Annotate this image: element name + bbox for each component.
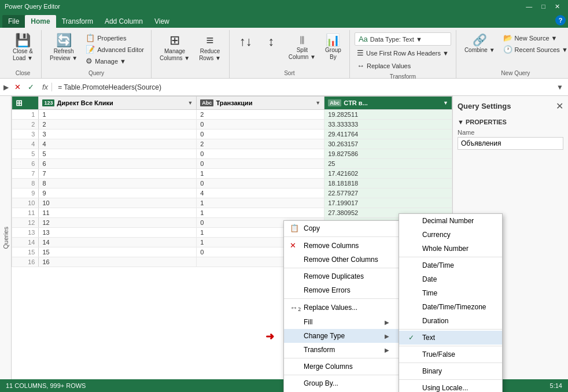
menu-item-transform[interactable]: Transform ▶	[284, 343, 399, 357]
tab-home[interactable]: Home	[25, 15, 56, 28]
submenu-using-locale[interactable]: Using Locale...	[399, 381, 502, 392]
remove-columns-icon: ✕	[290, 241, 299, 250]
copy-icon: 📋	[290, 224, 299, 232]
menu-item-remove-columns[interactable]: ✕ Remove Columns	[284, 238, 399, 253]
tab-file[interactable]: File	[2, 15, 25, 28]
query-name-input[interactable]	[458, 137, 563, 150]
ribbon-group-transform-label: Transform	[390, 73, 416, 82]
tab-transform[interactable]: Transform	[56, 15, 99, 28]
manage-button[interactable]: ⚙ Manage ▼	[83, 56, 146, 66]
recent-sources-button[interactable]: 🕐 Recent Sources ▼	[501, 44, 568, 55]
close-load-icon: 💾	[15, 34, 31, 47]
table-row: 1010117.199017	[12, 198, 452, 208]
properties-button[interactable]: 📋 Properties	[83, 32, 146, 43]
submenu-text[interactable]: ✓ Text	[399, 331, 502, 345]
help-icon[interactable]: ?	[555, 15, 566, 25]
ribbon-group-close-label: Close	[16, 70, 31, 78]
reduce-rows-button[interactable]: ≡ ReduceRows ▼	[196, 32, 224, 64]
replace-values-button[interactable]: ↔ Replace Values	[355, 60, 451, 71]
new-source-button[interactable]: 📂 New Source ▼	[501, 32, 568, 43]
submenu-datetime-timezone[interactable]: Date/Time/Timezone	[399, 300, 502, 314]
col-dropdown-1[interactable]: ▼	[187, 100, 193, 106]
close-btn[interactable]: ✕	[551, 3, 563, 10]
menu-item-copy[interactable]: 📋 Copy	[284, 221, 399, 235]
ribbon-group-newquery: 🔗 Combine ▼ 📂 New Source ▼ 🕐 Recent Sour…	[456, 30, 568, 78]
col-header-2[interactable]: Abc Транзакции ▼	[197, 97, 324, 110]
advanced-editor-button[interactable]: 📝 Advanced Editor	[83, 44, 146, 55]
col-dropdown-2[interactable]: ▼	[315, 100, 320, 106]
submenu-time[interactable]: Time	[399, 286, 502, 300]
refresh-icon: 🔄	[56, 34, 72, 47]
recent-sources-icon: 🕐	[503, 45, 512, 54]
submenu-decimal[interactable]: Decimal Number	[399, 214, 502, 228]
col-dropdown-3[interactable]: ▼	[443, 100, 448, 106]
menu-item-replace-values[interactable]: ↔₂ Replace Values...	[284, 300, 399, 315]
query-settings-close[interactable]: ✕	[556, 101, 563, 112]
table-row: 22033.333333	[12, 120, 452, 130]
main-area: Queries ⊞ 123 Директ Все Клики ▼	[0, 96, 568, 379]
table-row: 66025	[12, 159, 452, 169]
replace-values-icon: ↔	[357, 61, 364, 70]
menu-item-group-by[interactable]: Group By...	[284, 376, 399, 390]
queries-label: Queries	[2, 227, 9, 249]
properties-icon: 📋	[86, 34, 95, 42]
query-settings-properties: ▼ PROPERTIES Name	[458, 119, 563, 150]
col-type-icon-3: Abc	[328, 99, 341, 106]
fx-label: fx	[39, 83, 52, 91]
status-text: 11 COLUMNS, 999+ ROWS	[6, 382, 86, 389]
formula-dropdown[interactable]: ▼	[554, 82, 566, 93]
submenu-duration[interactable]: Duration	[399, 314, 502, 328]
title-bar-title: Power Query Editor	[5, 3, 60, 10]
accept-formula-icon[interactable]: ✓	[25, 82, 36, 93]
submenu-binary[interactable]: Binary	[399, 364, 502, 378]
tab-add-column[interactable]: Add Column	[99, 15, 149, 28]
ribbon-group-sort: ↑↓ ↕ ⫴ SplitColumn ▼ 📊 GroupBy Sort	[230, 30, 350, 78]
submenu-whole-number[interactable]: Whole Number	[399, 242, 502, 256]
menu-item-remove-errors[interactable]: Remove Errors	[284, 283, 399, 297]
menu-item-remove-duplicates[interactable]: Remove Duplicates	[284, 269, 399, 283]
col-header-1[interactable]: 123 Директ Все Клики ▼	[39, 97, 197, 110]
ribbon: 💾 Close &Load ▼ Close 🔄 RefreshPreview ▼…	[0, 28, 568, 79]
change-type-submenu-arrow: ▶	[385, 333, 389, 339]
submenu-datetime[interactable]: Date/Time	[399, 258, 502, 272]
formula-bar-arrow[interactable]: ▶	[2, 82, 10, 93]
sort-desc-button[interactable]: ↕	[260, 32, 283, 52]
first-row-header-button[interactable]: ☰ Use First Row As Headers ▼	[355, 47, 451, 58]
group-by-button[interactable]: 📊 GroupBy	[322, 32, 345, 62]
submenu-date[interactable]: Date	[399, 272, 502, 286]
menu-item-remove-other-columns[interactable]: Remove Other Columns	[284, 253, 399, 267]
split-column-button[interactable]: ⫴ SplitColumn ▼	[285, 32, 319, 62]
col-header-3[interactable]: Abc CTR в... ▼	[324, 97, 452, 110]
menu-item-change-type[interactable]: Change Type ▶ ➜ Decimal Number Currency	[284, 329, 399, 343]
sort-asc-icon: ↑↓	[239, 34, 252, 49]
change-type-submenu: Decimal Number Currency Whole Number Dat…	[399, 213, 503, 392]
ribbon-group-newquery-label: New Query	[501, 70, 530, 78]
combine-button[interactable]: 🔗 Combine ▼	[461, 32, 499, 56]
advanced-editor-icon: 📝	[86, 45, 95, 54]
data-type-button[interactable]: Aa Data Type: Text ▼	[355, 32, 451, 46]
cancel-formula-icon[interactable]: ✕	[12, 82, 23, 93]
query-settings-title: Query Settings	[458, 102, 511, 110]
formula-input[interactable]	[54, 82, 552, 93]
menu-item-fill[interactable]: Fill ▶	[284, 315, 399, 329]
queries-sidebar[interactable]: Queries	[0, 96, 12, 379]
manage-columns-button[interactable]: ⊞ ManageColumns ▼	[156, 32, 193, 64]
close-load-button[interactable]: 💾 Close &Load ▼	[9, 32, 36, 64]
manage-columns-icon: ⊞	[169, 34, 180, 47]
table-row: 99422.577927	[12, 188, 452, 198]
maximize-btn[interactable]: □	[538, 3, 549, 10]
menu-item-merge-columns[interactable]: Merge Columns	[284, 360, 399, 373]
submenu-currency[interactable]: Currency	[399, 228, 502, 242]
name-label: Name	[458, 129, 563, 136]
first-row-icon: ☰	[357, 49, 364, 57]
new-source-icon: 📂	[503, 34, 512, 42]
ribbon-group-transform: Aa Data Type: Text ▼ ☰ Use First Row As …	[350, 30, 456, 78]
refresh-preview-button[interactable]: 🔄 RefreshPreview ▼	[46, 32, 81, 64]
submenu-truefalse[interactable]: True/False	[399, 347, 502, 361]
tab-view[interactable]: View	[149, 15, 175, 28]
title-bar: Power Query Editor — □ ✕	[0, 0, 568, 13]
col-type-icon-1: 123	[42, 99, 54, 106]
minimize-btn[interactable]: —	[522, 3, 536, 10]
sort-asc-button[interactable]: ↑↓	[234, 32, 257, 52]
table-row: 77117.421602	[12, 169, 452, 179]
